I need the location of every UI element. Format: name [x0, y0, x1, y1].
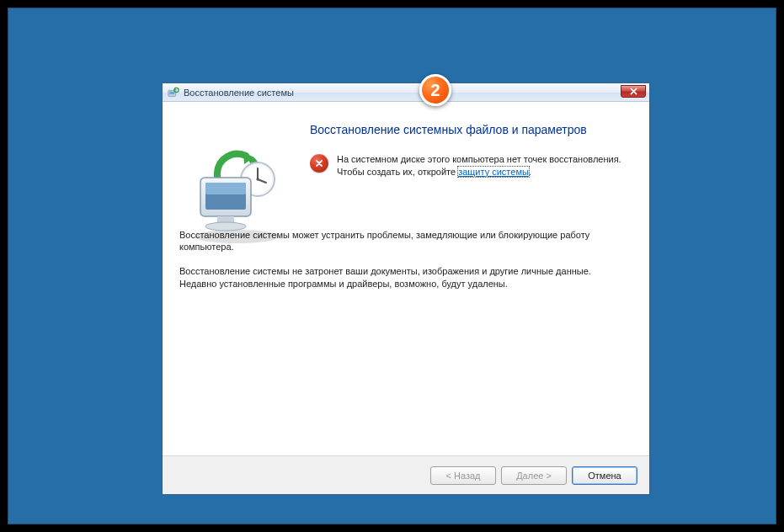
close-icon [630, 88, 637, 95]
error-message: На системном диске этого компьютера нет … [310, 153, 626, 178]
info-paragraph-2: Восстановление системы не затронет ваши … [179, 265, 617, 290]
cancel-button[interactable]: Отмена [572, 466, 637, 485]
svg-rect-1 [169, 91, 174, 94]
next-button: Далее > [501, 466, 567, 485]
system-restore-illustration-icon [182, 146, 291, 247]
error-icon [310, 154, 328, 173]
back-button: < Назад [430, 466, 496, 485]
window-title: Восстановление системы [184, 88, 294, 98]
error-text: На системном диске этого компьютера нет … [337, 153, 626, 178]
svg-point-13 [205, 222, 246, 231]
titlebar[interactable]: Восстановление системы [163, 83, 649, 102]
app-icon [168, 87, 179, 98]
dialog-body: Восстановление системных файлов и параме… [163, 102, 649, 455]
svg-point-8 [256, 178, 259, 180]
page-heading: Восстановление системных файлов и параме… [310, 122, 626, 138]
step-number-badge: 2 [419, 74, 451, 106]
dialog-footer: < Назад Далее > Отмена [163, 455, 649, 494]
step-number: 2 [430, 81, 440, 100]
svg-point-3 [195, 230, 279, 243]
system-restore-dialog: Восстановление системы [162, 82, 650, 495]
error-text-after: . [529, 167, 531, 177]
svg-rect-11 [205, 183, 246, 194]
system-protection-link[interactable]: защиту системы [458, 167, 529, 177]
wizard-content: Восстановление системных файлов и параме… [301, 102, 649, 455]
close-button[interactable] [621, 85, 646, 98]
